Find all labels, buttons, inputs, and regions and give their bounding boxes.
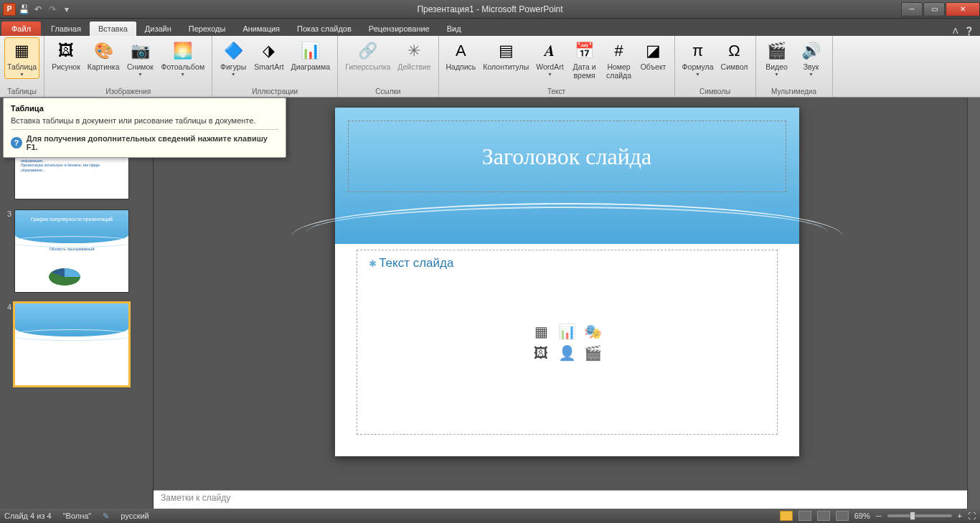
tooltip-help: ? Для получения дополнительных сведений … bbox=[11, 129, 278, 151]
slide-thumbnail-4[interactable] bbox=[14, 303, 129, 386]
notes-pane[interactable]: Заметки к слайду bbox=[154, 490, 980, 509]
wordart-label: WordArt bbox=[536, 63, 563, 72]
equation-label: Формула bbox=[682, 63, 714, 72]
video-icon: 🎬 bbox=[765, 39, 788, 62]
audio-button[interactable]: 🔊Звук▼ bbox=[795, 37, 828, 79]
ph-clipart-icon[interactable]: 👤 bbox=[556, 344, 578, 362]
audio-icon: 🔊 bbox=[800, 39, 823, 62]
ph-smartart-icon[interactable]: 🎭 bbox=[582, 323, 603, 340]
normal-view-button[interactable] bbox=[780, 511, 793, 521]
tab-вид[interactable]: Вид bbox=[438, 22, 470, 36]
clipart-label: Картинка bbox=[88, 63, 120, 72]
theme-name: "Волна" bbox=[63, 512, 92, 520]
photoalbum-button[interactable]: 🌅Фотоальбом▼ bbox=[158, 37, 207, 79]
action-label: Действие bbox=[397, 63, 430, 72]
ribbon-minimize-icon[interactable]: ᐱ bbox=[953, 27, 958, 36]
table-icon: ▦ bbox=[11, 39, 34, 62]
tab-дизайн[interactable]: Дизайн bbox=[136, 22, 180, 36]
wordart-button[interactable]: 𝑨WordArt▼ bbox=[533, 37, 566, 82]
redo-icon[interactable]: ↷ bbox=[46, 3, 59, 16]
picture-button[interactable]: 🖼Рисунок bbox=[49, 37, 83, 79]
group-title: Таблицы bbox=[4, 88, 39, 97]
ph-picture-icon[interactable]: 🖼 bbox=[530, 344, 552, 362]
table-button[interactable]: ▦Таблица▼ bbox=[4, 37, 39, 79]
chart-icon: 📊 bbox=[299, 39, 322, 62]
chart-button[interactable]: 📊Диаграмма bbox=[288, 37, 334, 79]
zoom-level[interactable]: 69% bbox=[854, 512, 870, 520]
group-title: Иллюстрации bbox=[217, 88, 333, 97]
content-placeholder-icons: ▦📊🎭🖼👤🎬 bbox=[530, 323, 603, 362]
ph-table-icon[interactable]: ▦ bbox=[530, 323, 552, 340]
object-icon: ◪ bbox=[642, 39, 665, 62]
ph-chart-icon[interactable]: 📊 bbox=[556, 323, 578, 340]
textbox-label: Надпись bbox=[446, 63, 476, 72]
hyperlink-icon: 🔗 bbox=[357, 39, 380, 62]
spellcheck-icon[interactable]: ✎ bbox=[103, 512, 109, 521]
vertical-scrollbar[interactable] bbox=[967, 98, 980, 509]
undo-icon[interactable]: ↶ bbox=[32, 3, 44, 16]
action-icon: ✳ bbox=[402, 39, 425, 62]
textbox-icon: A bbox=[449, 39, 472, 62]
video-button[interactable]: 🎬Видео▼ bbox=[760, 37, 793, 79]
zoom-in-button[interactable]: + bbox=[958, 512, 962, 520]
title-placeholder[interactable]: Заголовок слайда bbox=[348, 121, 786, 192]
language-indicator[interactable]: русский bbox=[121, 512, 149, 520]
hyperlink-button: 🔗Гиперссылка bbox=[342, 37, 393, 74]
reading-view-button[interactable] bbox=[817, 511, 830, 521]
ribbon-group-символы: πФормула▼ΩСимволСимволы bbox=[675, 36, 756, 97]
content-placeholder[interactable]: Текст слайда ▦📊🎭🖼👤🎬 bbox=[357, 250, 778, 435]
textbox-button[interactable]: AНадпись bbox=[443, 37, 479, 82]
ribbon-group-таблицы: ▦Таблица▼Таблицы bbox=[0, 36, 44, 97]
ribbon-tabs: Файл ГлавнаяВставкаДизайнПереходыАнимаци… bbox=[0, 19, 980, 36]
screenshot-button[interactable]: 📷Снимок▼ bbox=[123, 37, 156, 79]
headerfooter-button[interactable]: ▤Колонтитулы bbox=[480, 37, 532, 82]
maximize-button[interactable]: ▭ bbox=[923, 2, 945, 17]
zoom-slider[interactable] bbox=[887, 514, 952, 517]
shapes-button[interactable]: 🔷Фигуры▼ bbox=[217, 37, 250, 79]
tab-рецензирование[interactable]: Рецензирование bbox=[360, 22, 438, 36]
tab-главная[interactable]: Главная bbox=[42, 22, 90, 36]
app-icon[interactable]: P bbox=[3, 3, 16, 16]
tab-вставка[interactable]: Вставка bbox=[90, 22, 136, 36]
datetime-button[interactable]: 📅Дата и время bbox=[568, 37, 601, 82]
fit-window-button[interactable]: ⛶ bbox=[968, 512, 976, 520]
file-tab[interactable]: Файл bbox=[1, 22, 41, 36]
minimize-button[interactable]: ─ bbox=[901, 2, 923, 17]
screenshot-icon: 📷 bbox=[128, 39, 151, 62]
slidenum-icon: # bbox=[608, 39, 631, 62]
ph-media-icon[interactable]: 🎬 bbox=[582, 344, 603, 362]
smartart-button[interactable]: ⬗SmartArt bbox=[251, 37, 286, 79]
save-icon[interactable]: 💾 bbox=[17, 3, 30, 16]
zoom-out-button[interactable]: ─ bbox=[876, 512, 882, 520]
clipart-button[interactable]: 🎨Картинка bbox=[85, 37, 123, 79]
datetime-label: Дата и время bbox=[573, 63, 596, 80]
slide-thumbnail-3[interactable]: График популярности презентацийОбласть п… bbox=[14, 209, 129, 293]
smartart-icon: ⬗ bbox=[258, 39, 281, 62]
tab-показ слайдов[interactable]: Показ слайдов bbox=[288, 22, 360, 36]
dropdown-arrow-icon: ▼ bbox=[547, 72, 552, 77]
symbol-label: Символ bbox=[721, 63, 748, 72]
window-controls: ─ ▭ ✕ bbox=[901, 2, 980, 17]
tab-переходы[interactable]: Переходы bbox=[180, 22, 235, 36]
ribbon-group-ссылки: 🔗Гиперссылка✳ДействиеСсылки bbox=[338, 36, 438, 97]
help-icon[interactable]: ❔ bbox=[964, 27, 974, 36]
thumb-number: 3 bbox=[4, 209, 11, 218]
tab-анимация[interactable]: Анимация bbox=[234, 22, 288, 36]
picture-label: Рисунок bbox=[52, 63, 80, 72]
qat-dropdown-icon[interactable]: ▾ bbox=[60, 3, 73, 16]
ribbon-group-изображения: 🖼Рисунок🎨Картинка📷Снимок▼🌅Фотоальбом▼Изо… bbox=[44, 36, 212, 97]
photoalbum-icon: 🌅 bbox=[171, 39, 194, 62]
slideshow-view-button[interactable] bbox=[836, 511, 849, 521]
photoalbum-label: Фотоальбом bbox=[161, 63, 204, 72]
sorter-view-button[interactable] bbox=[798, 511, 811, 521]
close-button[interactable]: ✕ bbox=[946, 2, 980, 17]
equation-button[interactable]: πФормула▼ bbox=[679, 37, 717, 79]
slidenum-button[interactable]: #Номер слайда bbox=[603, 37, 636, 82]
symbol-button[interactable]: ΩСимвол bbox=[718, 37, 751, 79]
object-button[interactable]: ◪Объект bbox=[637, 37, 670, 82]
dropdown-arrow-icon: ▼ bbox=[19, 72, 24, 77]
shapes-icon: 🔷 bbox=[222, 39, 245, 62]
slide-counter: Слайд 4 из 4 bbox=[4, 512, 52, 520]
tooltip-body: Вставка таблицы в документ или рисование… bbox=[11, 116, 278, 125]
wordart-icon: 𝑨 bbox=[538, 39, 561, 62]
